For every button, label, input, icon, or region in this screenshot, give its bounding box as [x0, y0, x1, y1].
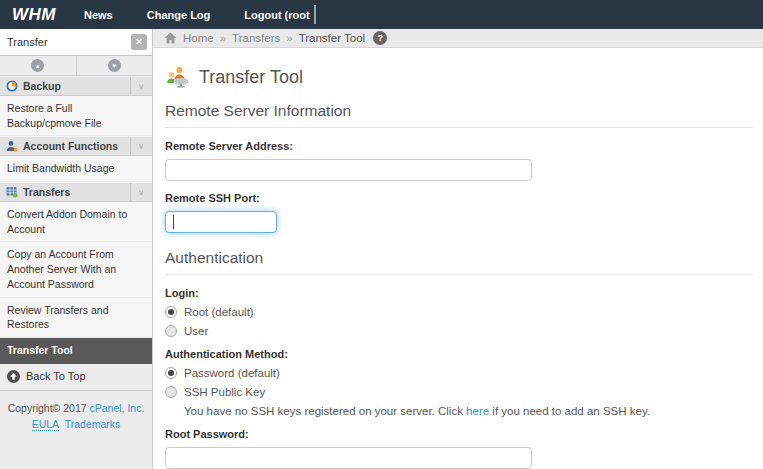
backup-icon: [6, 80, 18, 92]
page-title-text: Transfer Tool: [199, 67, 303, 88]
copyright-text: Copyright© 2017: [8, 402, 90, 414]
breadcrumb-transfers[interactable]: Transfers: [232, 32, 280, 44]
chevron-down-icon[interactable]: ∨: [130, 77, 146, 95]
auth-method-label: Authentication Method:: [165, 348, 753, 360]
trademarks-link[interactable]: Trademarks: [65, 418, 121, 430]
root-password-input[interactable]: [165, 447, 532, 469]
chevron-down-icon: ▼: [108, 59, 121, 72]
chevron-down-icon[interactable]: ∨: [130, 183, 146, 201]
radio-selected-icon: [165, 306, 177, 318]
eula-link[interactable]: EULA: [32, 418, 59, 431]
nav-changelog[interactable]: Change Log: [147, 9, 211, 21]
breadcrumb-home[interactable]: Home: [183, 32, 214, 44]
nav-news[interactable]: News: [84, 9, 113, 21]
breadcrumb: Home » Transfers » Transfer Tool ?: [153, 29, 763, 48]
help-icon[interactable]: ?: [373, 31, 387, 45]
method-password-radio[interactable]: Password (default): [165, 367, 753, 379]
sidebar-item-limit-bandwidth[interactable]: Limit Bandwidth Usage: [0, 156, 152, 182]
transfers-icon: [6, 186, 18, 198]
radio-selected-icon: [165, 367, 177, 379]
login-label: Login:: [165, 287, 753, 299]
main-area: Home » Transfers » Transfer Tool ?: [153, 29, 763, 469]
method-sshkey-label: SSH Public Key: [184, 386, 265, 398]
breadcrumb-separator: »: [220, 32, 226, 44]
scroll-up-button[interactable]: ▲: [0, 56, 77, 75]
text-cursor: [173, 215, 174, 229]
account-functions-icon: [6, 140, 18, 152]
sidebar-item-copy-account[interactable]: Copy an Account From Another Server With…: [0, 242, 152, 297]
cpanel-link[interactable]: cPanel, Inc.: [90, 402, 145, 414]
scroll-down-button[interactable]: ▼: [77, 56, 153, 75]
sidebar-pager: ▲ ▼: [0, 56, 152, 76]
section-heading-auth: Authentication: [165, 249, 753, 275]
copyright: Copyright© 2017 cPanel, Inc. EULA Tradem…: [0, 391, 152, 442]
radio-unselected-icon: [165, 325, 177, 337]
root-password-label: Root Password:: [165, 428, 753, 440]
sidebar-search-row: ✕: [0, 29, 152, 56]
login-root-label: Root (default): [184, 306, 254, 318]
sidebar-section-account-functions[interactable]: Account Functions ∨: [0, 136, 152, 156]
remote-port-input[interactable]: [165, 211, 277, 233]
sidebar-item-convert-addon[interactable]: Convert Addon Domain to Account: [0, 202, 152, 242]
ssh-key-note: You have no SSH keys registered on your …: [184, 405, 753, 417]
sidebar-item-restore-full-backup[interactable]: Restore a Full Backup/cpmove File: [0, 96, 152, 136]
sidebar-section-transfers[interactable]: Transfers ∨: [0, 182, 152, 202]
ssh-note-text: You have no SSH keys registered on your …: [184, 405, 466, 417]
whm-logo: WHM: [12, 5, 56, 25]
search-input[interactable]: [0, 36, 131, 48]
radio-unselected-icon: [165, 386, 177, 398]
back-to-top-button[interactable]: Back To Top: [0, 364, 152, 391]
ssh-note-text: if you need to add an SSH key.: [489, 405, 650, 417]
login-root-radio[interactable]: Root (default): [165, 306, 753, 318]
arrow-up-circle-icon: [7, 370, 20, 383]
top-bar: WHM News Change Log Logout (root: [0, 0, 763, 29]
remote-port-label: Remote SSH Port:: [165, 192, 753, 204]
section-heading-remote: Remote Server Information: [165, 102, 753, 128]
sidebar-item-review-transfers[interactable]: Review Transfers and Restores: [0, 298, 152, 338]
top-navigation: News Change Log Logout (root: [84, 5, 316, 24]
sidebar: ✕ ▲ ▼ Backup ∨ Restore a Full Backup/cpm…: [0, 29, 153, 469]
breadcrumb-current: Transfer Tool: [299, 32, 365, 44]
breadcrumb-separator: »: [286, 32, 292, 44]
home-icon[interactable]: [164, 32, 177, 44]
remote-address-input[interactable]: [165, 159, 532, 181]
login-user-radio[interactable]: User: [165, 325, 753, 337]
clear-search-icon[interactable]: ✕: [131, 34, 147, 50]
page-title: Transfer Tool: [165, 66, 753, 88]
nav-logout[interactable]: Logout (root: [244, 9, 309, 21]
remote-address-label: Remote Server Address:: [165, 140, 753, 152]
method-sshkey-radio[interactable]: SSH Public Key: [165, 386, 753, 398]
back-to-top-label: Back To Top: [26, 370, 86, 382]
sidebar-section-backup[interactable]: Backup ∨: [0, 76, 152, 96]
page-content: Transfer Tool Remote Server Information …: [153, 48, 763, 469]
sidebar-section-label: Backup: [23, 80, 61, 92]
add-ssh-key-link[interactable]: here: [466, 405, 489, 417]
sidebar-item-transfer-tool[interactable]: Transfer Tool: [0, 338, 152, 364]
chevron-up-icon: ▲: [31, 59, 44, 72]
sidebar-section-label: Transfers: [23, 186, 70, 198]
sidebar-section-label: Account Functions: [23, 140, 118, 152]
method-password-label: Password (default): [184, 367, 280, 379]
chevron-down-icon[interactable]: ∨: [130, 137, 146, 155]
login-user-label: User: [184, 325, 208, 337]
transfer-tool-icon: [165, 66, 190, 88]
text-cursor: [314, 5, 316, 24]
